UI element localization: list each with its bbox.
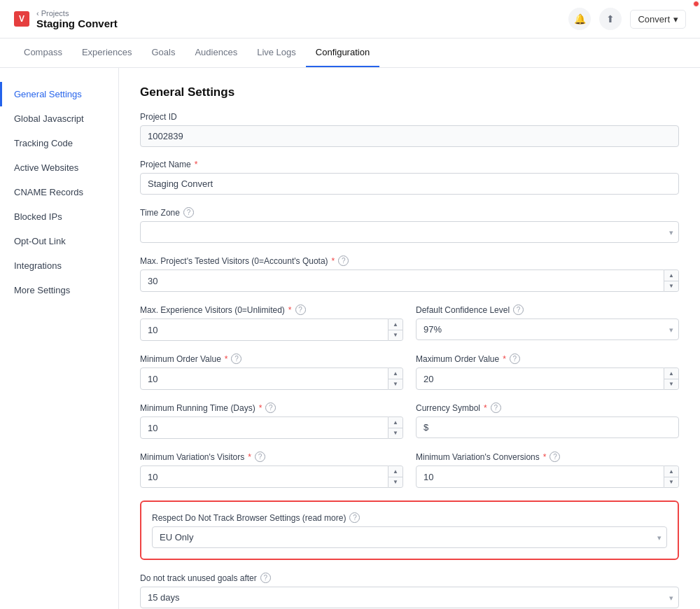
sidebar-item-tracking-code[interactable]: Tracking Code — [0, 131, 118, 155]
confidence-level-help-icon[interactable]: ? — [513, 304, 524, 315]
breadcrumb-chevron: ‹ — [36, 9, 39, 18]
max-visitors-decrement[interactable]: ▼ — [664, 281, 678, 291]
unused-goals-help-icon[interactable]: ? — [260, 573, 271, 583]
min-running-spinner-btns: ▲ ▼ — [388, 416, 403, 439]
min-order-spinner-btns: ▲ ▼ — [388, 368, 403, 390]
timezone-select[interactable] — [140, 221, 679, 243]
max-visitors-increment[interactable]: ▲ — [664, 270, 678, 281]
sidebar-item-cname-records[interactable]: CNAME Records — [0, 180, 118, 204]
max-visitors-label: Max. Project's Tested Visitors (0=Accoun… — [140, 255, 679, 266]
dnt-select[interactable]: EU Only All Visitors None — [152, 526, 667, 548]
main-content: General Settings Project ID Project Name… — [119, 68, 700, 609]
min-var-visitors-help-icon[interactable]: ? — [255, 451, 265, 462]
max-visitors-spinner: ▲ ▼ — [140, 270, 679, 292]
unused-goals-select[interactable]: 15 days 30 days 60 days Never — [140, 587, 679, 608]
min-var-visitors-increment[interactable]: ▲ — [388, 466, 402, 477]
max-order-help-icon[interactable]: ? — [510, 354, 520, 364]
max-visitors-required: * — [332, 256, 335, 266]
tab-experiences[interactable]: Experiences — [72, 38, 142, 67]
min-running-increment[interactable]: ▲ — [388, 417, 402, 428]
max-exp-visitors-increment[interactable]: ▲ — [388, 319, 402, 330]
min-running-help-icon[interactable]: ? — [265, 402, 276, 413]
min-var-conversions-input[interactable] — [416, 465, 664, 488]
min-running-input[interactable] — [140, 416, 388, 439]
sidebar-item-more-settings[interactable]: More Settings — [0, 278, 118, 302]
confidence-level-field: Default Confidence Level ? 97% 95% 99% ▾ — [416, 304, 679, 341]
max-exp-visitors-input[interactable] — [140, 318, 388, 341]
max-order-decrement[interactable]: ▼ — [664, 379, 678, 389]
min-var-visitors-input[interactable] — [140, 465, 388, 488]
timezone-label: Time Zone ? — [140, 207, 679, 218]
project-name-field: Project Name * — [140, 160, 679, 195]
min-var-visitors-spinner: ▲ ▼ — [140, 465, 403, 488]
min-running-decrement[interactable]: ▼ — [388, 428, 402, 438]
user-menu-button[interactable]: Convert ▾ — [630, 10, 686, 29]
project-breadcrumb: ‹ Projects — [36, 9, 118, 18]
sidebar-item-global-javascript[interactable]: Global Javascript — [0, 106, 118, 131]
sidebar-item-general-settings[interactable]: General Settings — [0, 82, 118, 106]
help-button[interactable]: ⬆ — [599, 8, 622, 30]
help-icon: ⬆ — [606, 13, 615, 24]
project-name-input[interactable] — [140, 173, 679, 195]
min-var-conversions-help-icon[interactable]: ? — [550, 451, 560, 462]
order-value-row: Minimum Order Value * ? ▲ ▼ Maximum Orde… — [140, 354, 679, 390]
min-var-visitors-decrement[interactable]: ▼ — [388, 477, 402, 487]
min-var-visitors-spinner-btns: ▲ ▼ — [388, 465, 403, 488]
currency-input[interactable] — [416, 416, 679, 438]
sidebar-item-integrations[interactable]: Integrations — [0, 253, 118, 278]
notification-icon: 🔔 — [574, 13, 586, 24]
max-order-spinner: ▲ ▼ — [416, 368, 679, 390]
breadcrumb-text: Projects — [41, 9, 69, 18]
max-exp-visitors-spinner-btns: ▲ ▼ — [388, 318, 403, 341]
confidence-level-select[interactable]: 97% 95% 99% — [416, 318, 679, 340]
dnt-label: Respect Do Not Track Browser Settings (r… — [152, 512, 667, 523]
page-title: General Settings — [140, 85, 679, 99]
max-visitors-spinner-btns: ▲ ▼ — [664, 270, 679, 292]
max-order-increment[interactable]: ▲ — [664, 368, 678, 379]
dnt-help-icon[interactable]: ? — [349, 512, 360, 523]
min-order-help-icon[interactable]: ? — [231, 354, 241, 364]
notification-button[interactable]: 🔔 — [568, 8, 591, 30]
timezone-help-icon[interactable]: ? — [183, 207, 194, 218]
max-order-required: * — [503, 354, 506, 364]
currency-help-icon[interactable]: ? — [491, 402, 501, 413]
max-order-input[interactable] — [416, 368, 664, 390]
min-var-visitors-label: Minimum Variation's Visitors * ? — [140, 451, 403, 462]
min-order-increment[interactable]: ▲ — [388, 368, 402, 379]
tab-audiences[interactable]: Audiences — [185, 38, 247, 67]
max-visitors-input[interactable] — [140, 270, 664, 292]
tab-goals[interactable]: Goals — [141, 38, 185, 67]
sidebar-item-active-websites[interactable]: Active Websites — [0, 155, 118, 180]
dnt-select-wrap: EU Only All Visitors None ▾ — [152, 526, 667, 548]
min-running-label: Minimum Running Time (Days) * ? — [140, 402, 403, 413]
min-var-conversions-increment[interactable]: ▲ — [664, 466, 678, 477]
project-id-field: Project ID — [140, 112, 679, 147]
min-running-field: Minimum Running Time (Days) * ? ▲ ▼ — [140, 402, 403, 439]
sidebar-item-opt-out-link[interactable]: Opt-Out Link — [0, 229, 118, 253]
tab-compass[interactable]: Compass — [14, 38, 72, 67]
min-running-required: * — [259, 403, 262, 413]
min-var-conversions-label: Minimum Variation's Conversions * ? — [416, 451, 679, 462]
max-exp-visitors-help-icon[interactable]: ? — [295, 304, 306, 315]
confidence-select-wrap: 97% 95% 99% ▾ — [416, 318, 679, 340]
timezone-select-wrap: ▾ — [140, 221, 679, 243]
timezone-field: Time Zone ? ▾ — [140, 207, 679, 243]
variation-row: Minimum Variation's Visitors * ? ▲ ▼ Min… — [140, 451, 679, 488]
min-order-decrement[interactable]: ▼ — [388, 379, 402, 389]
unused-goals-select-wrap: 15 days 30 days 60 days Never ▾ — [140, 587, 679, 608]
min-order-input[interactable] — [140, 368, 388, 390]
unused-goals-label: Do not track unused goals after ? — [140, 573, 679, 583]
max-exp-visitors-decrement[interactable]: ▼ — [388, 330, 402, 340]
min-var-conversions-decrement[interactable]: ▼ — [664, 477, 678, 487]
notification-dot — [693, 1, 699, 7]
tab-live-logs[interactable]: Live Logs — [247, 38, 306, 67]
tab-configuration[interactable]: Configuration — [306, 38, 379, 67]
confidence-level-label: Default Confidence Level ? — [416, 304, 679, 315]
max-visitors-help-icon[interactable]: ? — [338, 255, 349, 266]
max-exp-visitors-spinner: ▲ ▼ — [140, 318, 403, 341]
max-order-spinner-btns: ▲ ▼ — [664, 368, 679, 390]
sidebar-item-blocked-ips[interactable]: Blocked IPs — [0, 204, 118, 229]
project-id-input[interactable] — [140, 125, 679, 147]
min-var-conversions-field: Minimum Variation's Conversions * ? ▲ ▼ — [416, 451, 679, 488]
header: V ‹ Projects Staging Convert 🔔 ⬆ Convert… — [0, 0, 700, 38]
